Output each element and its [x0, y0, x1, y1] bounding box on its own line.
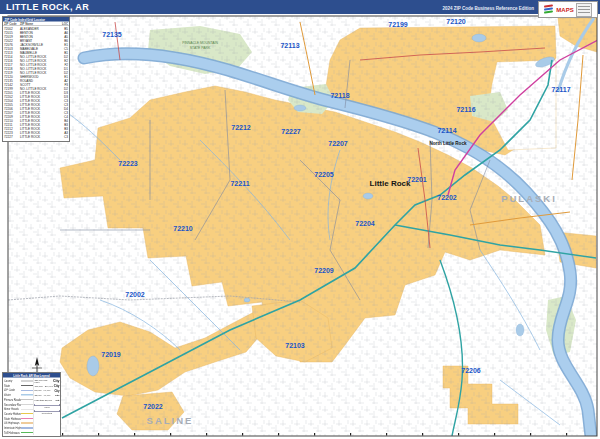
zip-label: 72205	[314, 171, 334, 178]
logo-text: MAPS	[556, 7, 573, 13]
title-bar: LITTLE ROCK, AR 2024 ZIP Code Business R…	[0, 0, 600, 14]
publisher-logo: MAPS	[538, 1, 598, 18]
line-swatch	[21, 394, 33, 396]
zip-label: 72212	[231, 124, 251, 131]
zip-label: 72199	[388, 21, 408, 28]
zip-label: 72227	[281, 128, 301, 135]
zip-label: 72022	[143, 403, 163, 410]
map-legend-panel: Little Rock, AR Map Legend County State …	[2, 372, 61, 437]
zip-code-cell: 72227	[3, 134, 19, 138]
scale-bar-miles: Miles	[34, 404, 59, 409]
line-swatch	[21, 413, 33, 414]
scale-bar-kilometers: Kilometers	[34, 410, 59, 415]
zip-label: 72209	[314, 267, 334, 274]
city-label-little-rock: Little Rock	[370, 179, 411, 188]
zip-label: 72117	[551, 86, 570, 93]
legend-city-sizes: 250,000 and MoreCity 100,000 - 249,999Ci…	[33, 378, 60, 435]
table-row: 72227 LITTLE ROCK C3	[3, 134, 69, 138]
edition-label: 2024 ZIP Code Business Reference Edition	[443, 6, 534, 11]
zip-label: 72204	[355, 220, 375, 227]
line-swatch	[21, 380, 33, 381]
logo-map-icon	[544, 5, 554, 14]
grid-loc-cell: C3	[59, 134, 69, 138]
park-label-line1: PINNACLE MOUNTAIN	[182, 41, 218, 45]
zip-label: 72019	[101, 351, 121, 358]
zip-label: 72002	[125, 291, 145, 298]
zip-label: 72103	[285, 342, 305, 349]
zip-label: 72206	[461, 367, 481, 374]
city-sample: City	[54, 389, 59, 392]
zip-label: 72202	[437, 194, 457, 201]
legend-line-items: County State ZIP Code Water Primary Road…	[3, 378, 33, 435]
park-label-line2: STATE PARK	[190, 46, 211, 50]
zip-label: 72210	[173, 225, 193, 232]
zip-label: 72116	[456, 106, 475, 113]
legend-item-toll: Toll Highways	[4, 430, 33, 435]
line-swatch	[21, 409, 33, 410]
line-swatch	[21, 418, 33, 419]
zip-label: 72211	[230, 180, 249, 187]
county-label-saline: SALINE	[147, 415, 194, 426]
zipcode-map-canvas: 72135 72113 72199 72120 72117 72118 7211…	[0, 0, 600, 439]
logo-address-icon	[576, 3, 592, 17]
line-swatch	[21, 404, 33, 405]
zip-label: 72207	[328, 140, 348, 147]
county-label-pulaski: PULASKI	[501, 193, 557, 204]
zip-label: 72114	[437, 127, 456, 134]
city-sample: City	[53, 379, 60, 383]
city-sample: City	[55, 394, 60, 397]
zip-index-panel: ZIP Code Index/Grid Locator ZIP Code ZIP…	[2, 16, 70, 142]
zip-label: 72135	[102, 31, 122, 38]
line-swatch	[21, 399, 33, 400]
page-title: LITTLE ROCK, AR	[6, 2, 89, 12]
line-swatch	[21, 385, 33, 386]
zip-index-table: ZIP Code ZIP Name LOC 72002 ALEXANDER B5…	[3, 22, 69, 139]
zip-label: 72118	[330, 92, 349, 99]
line-swatch	[21, 423, 33, 424]
line-swatch	[21, 432, 33, 433]
legend-city-size-1: 250,000 and MoreCity	[34, 379, 59, 384]
city-label-north-little-rock: North Little Rock	[429, 141, 466, 146]
zip-label: 72223	[118, 160, 138, 167]
line-swatch	[21, 427, 33, 428]
line-swatch	[21, 390, 33, 391]
zipcode-wall-map-page: { "header": { "title": "LITTLE ROCK, AR"…	[0, 0, 600, 439]
zip-index-rows: 72002 ALEXANDER B5 72015 BENTON A6 72019…	[3, 26, 69, 138]
city-sample: City	[54, 384, 60, 387]
legend-city-size-5: Less than 25,000City	[34, 398, 59, 403]
zip-name-cell: LITTLE ROCK	[19, 134, 59, 138]
zip-label: 72113	[280, 42, 299, 49]
zip-label: 72120	[446, 18, 466, 25]
city-sample: City	[56, 399, 60, 402]
